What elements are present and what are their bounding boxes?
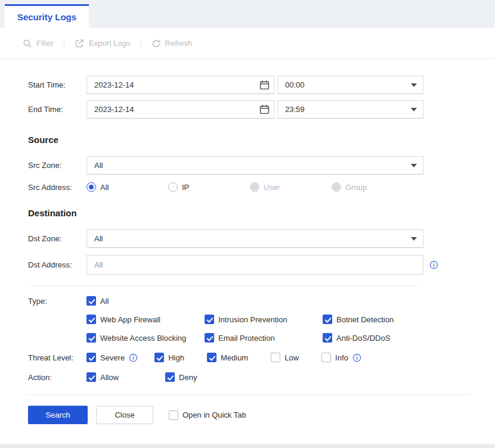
threat-checkbox-high[interactable]: High bbox=[154, 353, 184, 362]
checkbox-icon bbox=[86, 353, 96, 362]
filter-form: Start Time: 2023-12-14 00:00 End Time: 2… bbox=[0, 59, 495, 424]
chevron-down-icon[interactable] bbox=[405, 101, 423, 118]
end-date-input[interactable]: 2023-12-14 bbox=[86, 100, 274, 119]
calendar-icon[interactable] bbox=[255, 76, 274, 94]
checkbox-label: Botnet Detection bbox=[336, 315, 394, 324]
source-heading: Source bbox=[28, 135, 495, 145]
threat-checkbox-medium[interactable]: Medium bbox=[207, 353, 248, 362]
checkbox-label: Info bbox=[335, 353, 348, 362]
checkbox-icon bbox=[154, 353, 164, 362]
end-time-select[interactable]: 23:59 bbox=[277, 100, 423, 119]
radio-icon bbox=[250, 182, 259, 192]
calendar-icon[interactable] bbox=[255, 101, 274, 118]
toolbar-separator: | bbox=[140, 39, 141, 48]
threat-checkbox-info[interactable]: Info bbox=[321, 353, 361, 362]
search-button[interactable]: Search bbox=[28, 406, 88, 424]
checkbox-icon bbox=[205, 315, 214, 324]
src-address-radio-all[interactable]: All bbox=[86, 182, 168, 192]
chevron-down-icon[interactable] bbox=[405, 157, 423, 174]
refresh-label: Refresh bbox=[165, 39, 193, 48]
start-date-value: 2023-12-14 bbox=[87, 80, 255, 89]
checkbox-icon bbox=[86, 333, 96, 343]
action-checkbox-group: Allow Deny bbox=[86, 372, 243, 382]
bottom-strip bbox=[0, 444, 495, 448]
action-checkbox-deny[interactable]: Deny bbox=[165, 372, 197, 382]
checkbox-icon bbox=[165, 372, 175, 382]
tab-label: Security Logs bbox=[17, 12, 76, 22]
end-time-value: 23:59 bbox=[278, 105, 405, 114]
src-address-radio-group: All IP User Group bbox=[86, 182, 413, 192]
type-checkbox-anti-dos-ddos[interactable]: Anti-DoS/DDoS bbox=[323, 333, 495, 343]
checkbox-icon bbox=[205, 333, 214, 343]
info-icon[interactable] bbox=[352, 353, 361, 362]
type-checkbox-web-app-firewall[interactable]: Web App Firewall bbox=[86, 315, 205, 324]
open-in-quick-tab-checkbox[interactable]: Open in Quick Tab bbox=[169, 410, 246, 420]
type-checkbox-email-protection[interactable]: Email Protection bbox=[205, 333, 323, 343]
src-address-radio-group-option[interactable]: Group bbox=[332, 182, 413, 192]
checkbox-label: Intrusion Prevention bbox=[218, 315, 287, 324]
checkbox-icon bbox=[321, 353, 331, 362]
checkbox-icon bbox=[271, 353, 280, 362]
src-address-radio-user[interactable]: User bbox=[250, 182, 332, 192]
checkbox-label: Medium bbox=[221, 353, 248, 362]
src-zone-value: All bbox=[87, 161, 405, 170]
checkbox-icon bbox=[86, 372, 96, 382]
checkbox-icon bbox=[169, 410, 178, 420]
checkbox-label: Anti-DoS/DDoS bbox=[336, 334, 390, 343]
checkbox-label: Severe bbox=[100, 353, 125, 362]
search-icon bbox=[23, 39, 32, 48]
export-logs-button[interactable]: Export Logs bbox=[75, 39, 130, 48]
checkbox-label: Low bbox=[284, 353, 299, 362]
type-label: Type: bbox=[28, 297, 86, 306]
checkbox-icon bbox=[323, 315, 332, 324]
footer-divider bbox=[28, 394, 471, 395]
type-checkbox-website-access-blocking[interactable]: Website Access Blocking bbox=[86, 333, 205, 343]
end-date-value: 2023-12-14 bbox=[87, 105, 255, 114]
type-checkbox-all[interactable]: All bbox=[86, 296, 109, 306]
src-zone-select[interactable]: All bbox=[86, 156, 423, 175]
type-checkbox-intrusion-prevention[interactable]: Intrusion Prevention bbox=[205, 315, 323, 324]
checkbox-label: Deny bbox=[179, 373, 197, 382]
section-divider bbox=[28, 285, 419, 286]
checkbox-label: Website Access Blocking bbox=[100, 334, 186, 343]
radio-label: User bbox=[264, 183, 280, 192]
src-address-radio-ip[interactable]: IP bbox=[168, 182, 250, 192]
type-checkbox-botnet-detection[interactable]: Botnet Detection bbox=[323, 315, 495, 324]
checkbox-label: Allow bbox=[100, 373, 119, 382]
checkbox-icon bbox=[86, 296, 96, 306]
toolbar: Filter | Export Logs | Refresh bbox=[0, 28, 495, 59]
info-icon[interactable] bbox=[129, 353, 138, 362]
chevron-down-icon[interactable] bbox=[405, 230, 423, 247]
export-label: Export Logs bbox=[89, 39, 130, 48]
threat-level-label: Threat Level: bbox=[28, 353, 86, 362]
threat-checkbox-severe[interactable]: Severe bbox=[86, 353, 138, 362]
checkbox-label: Email Protection bbox=[218, 334, 275, 343]
refresh-icon bbox=[151, 39, 161, 48]
dst-zone-select[interactable]: All bbox=[86, 229, 423, 248]
threat-checkbox-low[interactable]: Low bbox=[271, 353, 299, 362]
destination-heading: Destination bbox=[28, 208, 495, 218]
close-button[interactable]: Close bbox=[96, 406, 153, 424]
checkbox-icon bbox=[86, 315, 96, 324]
checkbox-icon bbox=[323, 333, 332, 343]
tab-security-logs[interactable]: Security Logs bbox=[5, 4, 89, 28]
radio-label: All bbox=[100, 183, 109, 192]
info-icon[interactable] bbox=[429, 260, 438, 269]
filter-button[interactable]: Filter bbox=[23, 39, 54, 48]
refresh-button[interactable]: Refresh bbox=[151, 39, 193, 48]
dst-zone-value: All bbox=[87, 234, 405, 243]
chevron-down-icon[interactable] bbox=[405, 76, 423, 94]
radio-label: Group bbox=[345, 183, 367, 192]
footer-actions: Search Close Open in Quick Tab bbox=[28, 406, 495, 424]
start-time-select[interactable]: 00:00 bbox=[277, 76, 423, 94]
radio-icon bbox=[86, 182, 96, 192]
dst-address-input[interactable]: All bbox=[86, 255, 423, 275]
toolbar-separator: | bbox=[63, 39, 65, 48]
radio-icon bbox=[168, 182, 178, 192]
checkbox-label: Open in Quick Tab bbox=[182, 410, 246, 419]
start-date-input[interactable]: 2023-12-14 bbox=[86, 76, 274, 94]
src-zone-label: Src Zone: bbox=[28, 161, 86, 170]
end-time-label: End Time: bbox=[28, 105, 86, 114]
action-checkbox-allow[interactable]: Allow bbox=[86, 372, 119, 382]
action-label: Action: bbox=[28, 373, 86, 382]
